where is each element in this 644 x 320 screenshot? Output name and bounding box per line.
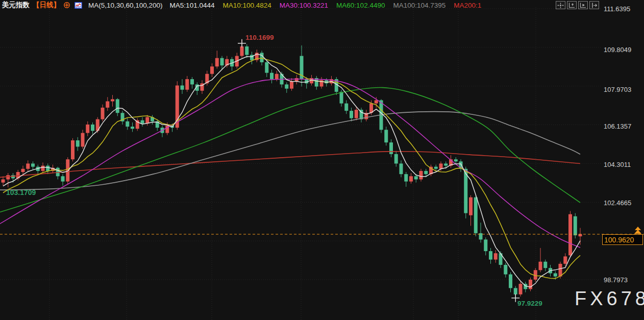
timeframe-label: 【日线】 — [33, 1, 60, 10]
chart-toolbar — [556, 1, 599, 9]
auto-scale-axis-icon[interactable] — [567, 1, 577, 9]
chart-window: 美元指数 【日线】 MA(5,10,30,60,100,200) MA5:101… — [0, 0, 644, 320]
axis-price-label-5: 102.4665 — [604, 199, 631, 207]
price-axis[interactable]: 111.6395109.8049107.9703106.1357104.3011… — [603, 0, 644, 320]
axis-price-label-0: 111.6395 — [604, 5, 630, 13]
ma-value-4: MA100:104.7395 — [393, 2, 445, 9]
candlestick-chart[interactable] — [0, 0, 644, 320]
left-low-price-label: 103.1709 — [6, 188, 36, 196]
ma-values: MA5:101.0444MA10:100.4824MA30:100.3221MA… — [170, 2, 482, 9]
target-plus-icon[interactable] — [63, 2, 70, 9]
ma-value-1: MA10:100.4824 — [222, 2, 271, 9]
ma-group-label: MA(5,10,30,60,100,200) — [88, 2, 163, 9]
low-price-label: 97.9229 — [517, 300, 542, 307]
mini-chart-icon[interactable] — [75, 2, 82, 9]
axis-price-label-4: 104.3011 — [604, 161, 631, 168]
ma-value-0: MA5:101.0444 — [170, 2, 215, 9]
axis-price-label-1: 109.8049 — [604, 46, 631, 54]
axis-price-label-2: 107.9703 — [604, 86, 631, 93]
ma-value-5: MA200:1 — [454, 2, 481, 9]
symbol-name: 美元指数 — [2, 1, 30, 10]
jump-to-latest-icon[interactable] — [589, 1, 599, 9]
ma-value-2: MA30:100.3221 — [280, 2, 328, 9]
high-price-label: 110.1699 — [245, 34, 274, 41]
chart-header: 美元指数 【日线】 MA(5,10,30,60,100,200) MA5:101… — [2, 1, 481, 10]
axis-price-label-6: 98.7973 — [604, 276, 628, 284]
ma-value-3: MA60:102.4490 — [336, 2, 385, 9]
axis-price-label-3: 106.1357 — [604, 122, 631, 130]
last-price-box: 100.9620 — [602, 234, 643, 245]
go-to-realtime-icon[interactable] — [578, 1, 588, 9]
crosshair-move-icon[interactable] — [556, 1, 565, 9]
